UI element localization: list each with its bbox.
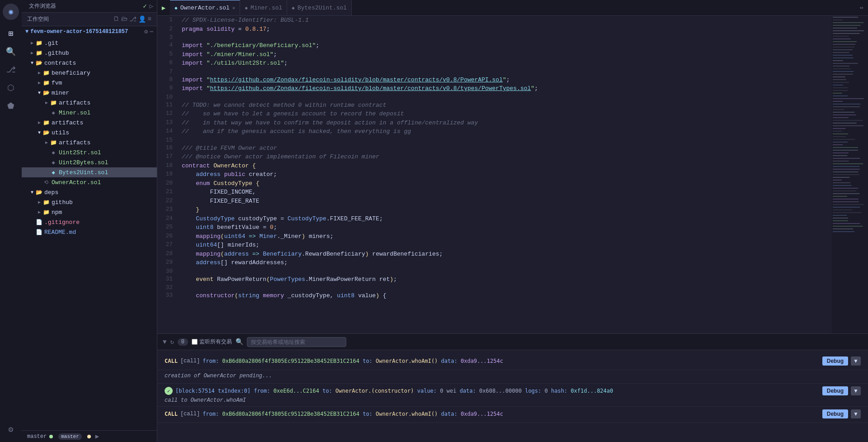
beneficiary-label: beneficiary (52, 70, 90, 76)
tree-item-utils[interactable]: ▼ 📂 utils (22, 128, 157, 138)
new-folder-icon[interactable]: 🗁 (121, 15, 127, 23)
git-branch-icon[interactable]: ⎇ (129, 15, 137, 23)
code-line-25: 25 uint8 benefitValue = 0; (157, 223, 832, 232)
github-label: .github (44, 50, 69, 57)
folder-contracts-icon: 📂 (35, 60, 42, 67)
tree-item-artifacts-miner[interactable]: ▶ 📁 artifacts (22, 98, 157, 108)
title-expand-btn[interactable]: ▷ (150, 2, 153, 10)
folder-beneficiary-icon: 📁 (42, 70, 50, 76)
tree-item-owneractor[interactable]: ▶ ⟲ OwnerActor.sol (22, 177, 157, 187)
folder-deps-icon: 📂 (35, 189, 42, 196)
tree-item-readme[interactable]: ▶ 📄 README.md (22, 227, 157, 237)
tab-miner[interactable]: ◆ Miner.sol (240, 0, 287, 16)
settings-activity-icon[interactable]: ⚙ (3, 421, 19, 437)
chevron-npm-deps: ▶ (36, 209, 42, 215)
code-line-6: 6 import "./utils/Uint2Str.sol"; (157, 59, 832, 68)
tree-item-github-deps[interactable]: ▶ 📁 github (22, 197, 157, 207)
debug-dropdown-4[interactable]: ▼ (851, 409, 861, 418)
folder-settings-icon[interactable]: ⚙ (144, 28, 148, 35)
file-tree: ▶ 📁 .git ▶ 📁 .github ▼ 📂 contracts ▶ 📁 b… (22, 37, 157, 430)
account-tree-icon[interactable]: 👤 (138, 15, 146, 23)
code-lines: 1 // SPDX-License-Identifier: BUSL-1.1 2… (157, 16, 832, 309)
chevron-artifacts-contracts: ▶ (36, 119, 42, 126)
tree-item-deps[interactable]: ▼ 📂 deps (22, 187, 157, 197)
search-filter-icon[interactable]: 🔍 (236, 338, 243, 346)
code-line-28: 28 mapping(address => Beneficiary.Reward… (157, 250, 832, 259)
tx-item-2: creation of OwnerActor pending... (157, 370, 868, 384)
tree-item-fvm[interactable]: ▶ 📁 fvm (22, 78, 157, 88)
code-line-15: 15 (157, 136, 832, 144)
utils-label: utils (52, 129, 69, 136)
tree-item-gitignore[interactable]: ▶ 📄 .gitignore (22, 217, 157, 227)
minimap-canvas (832, 16, 868, 256)
folder-utils-icon: 📂 (42, 129, 50, 136)
tree-item-beneficiary[interactable]: ▶ 📁 beneficiary (22, 68, 157, 78)
tab-bytes2uint-icon: ◆ (292, 5, 295, 11)
sidebar-title-bar: 文件浏览器 ✓ ▷ (22, 0, 157, 13)
tx-list: CALL [call] from: 0xB6d80a2806f4f3805Ec9… (157, 350, 868, 442)
tree-item-miner[interactable]: ▼ 📂 miner (22, 88, 157, 98)
code-line-5: 5 import "./miner/Miner.sol"; (157, 50, 832, 59)
debug-btn-4[interactable]: Debug (822, 409, 848, 418)
collapse-icon[interactable]: ▼ (163, 338, 166, 346)
tx-type-4: [call] (180, 411, 200, 417)
chevron-artifacts-utils: ▶ (43, 139, 50, 146)
tree-item-bytes2uint[interactable]: ▶ ◆ Bytes2Uint.sol (22, 167, 157, 177)
tab-expand-btn[interactable]: ⇔ (855, 4, 868, 11)
tree-item-artifacts-utils[interactable]: ▶ 📁 artifacts (22, 138, 157, 147)
tree-item-artifacts-contracts[interactable]: ▶ 📁 artifacts (22, 118, 157, 128)
tx-type-1: [call] (180, 358, 200, 364)
listen-all-input[interactable] (192, 339, 198, 345)
debug-dropdown-3[interactable]: ▼ (851, 386, 861, 395)
folder-more-icon[interactable]: ⋯ (150, 28, 153, 35)
tx-counter: 0 (178, 338, 188, 346)
code-line-9: 9 import "https://github.com/Zondax/file… (157, 84, 832, 93)
debug-activity-icon[interactable]: ⬟ (3, 98, 19, 114)
tx-row1-4: CALL [call] from: 0xB6d80a2806f4f3805Ec9… (165, 409, 861, 418)
code-line-18: 18 contract OwnerActor { (157, 162, 832, 171)
tree-item-npm-deps[interactable]: ▶ 📁 npm (22, 207, 157, 217)
new-file-icon[interactable]: 🗋 (113, 15, 119, 23)
chevron-beneficiary: ▶ (36, 70, 42, 76)
tree-item-git[interactable]: ▶ 📁 .git (22, 38, 157, 48)
debug-btn-3[interactable]: Debug (822, 386, 848, 395)
extensions-activity-icon[interactable]: ⬡ (3, 80, 19, 96)
refresh-icon[interactable]: ↻ (170, 338, 174, 346)
tx-search-input[interactable] (247, 337, 346, 347)
run-button[interactable]: ▶ (157, 0, 170, 16)
chevron-miner: ▼ (36, 90, 42, 96)
file-owneractor-icon: ⟲ (42, 179, 50, 186)
tx-call-msg-3: call to OwnerActor.whoAmI (165, 397, 861, 404)
artifacts-miner-label: artifacts (59, 100, 90, 106)
listen-all-checkbox[interactable]: 监听所有交易 (192, 338, 232, 346)
tree-item-contracts[interactable]: ▼ 📂 contracts (22, 58, 157, 68)
folder-name-icons: ⚙ ⋯ (144, 28, 153, 35)
code-line-20: 20 enum CustodyType { (157, 179, 832, 188)
tab-owneractor-label: OwnerActor.sol (180, 5, 230, 11)
debug-dropdown-1[interactable]: ▼ (851, 356, 861, 366)
tx-msg-2: creation of OwnerActor pending... (165, 373, 272, 379)
tab-owneractor-close[interactable]: ✕ (232, 5, 236, 11)
tree-item-github[interactable]: ▶ 📁 .github (22, 48, 157, 58)
code-line-30: 30 (157, 267, 832, 275)
debug-btn-1[interactable]: Debug (822, 356, 848, 366)
title-check-btn[interactable]: ✓ (143, 2, 146, 10)
tab-bytes2uint[interactable]: ◆ Bytes2Uint.sol (287, 0, 352, 16)
sidebar-expand-btn[interactable]: ▶ (95, 432, 99, 440)
code-line-1: 1 // SPDX-License-Identifier: BUSL-1.1 (157, 16, 832, 25)
more-icon[interactable]: ≡ (148, 15, 151, 23)
git-activity-icon[interactable]: ⎇ (3, 62, 19, 78)
chevron-deps: ▼ (29, 189, 35, 195)
readme-label: README.md (44, 229, 76, 236)
tree-item-uint2bytes[interactable]: ▶ ◆ Uint2Bytes.sol (22, 157, 157, 167)
tree-item-uint2str[interactable]: ▶ ◆ Uint2Str.sol (22, 147, 157, 157)
tree-item-miner-sol[interactable]: ▶ ◆ Miner.sol (22, 108, 157, 118)
uint2str-label: Uint2Str.sol (59, 149, 101, 156)
code-line-26: 26 mapping(uint64 => Miner._Miner) miner… (157, 232, 832, 241)
explorer-activity-icon[interactable]: ⊞ (3, 25, 19, 42)
search-activity-icon[interactable]: 🔍 (3, 43, 19, 60)
chevron-github: ▶ (29, 50, 35, 56)
code-editor[interactable]: 1 // SPDX-License-Identifier: BUSL-1.1 2… (157, 16, 832, 333)
npm-label: npm (52, 209, 62, 216)
tab-owneractor[interactable]: ◆ OwnerActor.sol ✕ (170, 0, 240, 16)
